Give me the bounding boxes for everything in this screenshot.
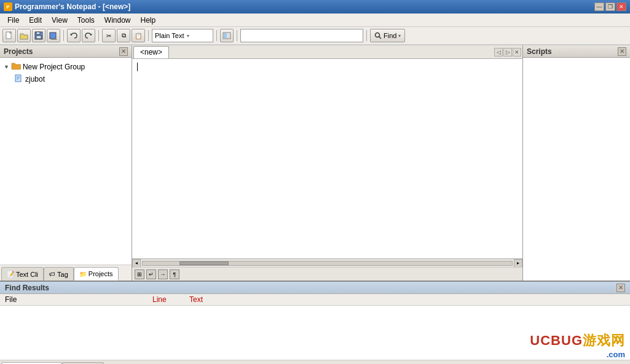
find-label: Find bbox=[384, 32, 396, 39]
find-results-content: File Line Text bbox=[0, 294, 630, 360]
search-combo[interactable] bbox=[240, 29, 363, 42]
menu-view[interactable]: View bbox=[47, 15, 73, 26]
svg-rect-4 bbox=[36, 32, 40, 34]
svg-rect-6 bbox=[50, 33, 56, 39]
find-results-title: Find Results bbox=[5, 284, 49, 292]
projects-header: Projects ✕ bbox=[0, 45, 132, 58]
menu-file[interactable]: File bbox=[2, 15, 24, 26]
svg-rect-11 bbox=[224, 33, 227, 38]
save-all-button[interactable] bbox=[47, 29, 60, 42]
right-panel: Scripts ✕ bbox=[522, 45, 630, 281]
tab-projects-label: Projects bbox=[89, 270, 113, 277]
find-results-close-button[interactable]: ✕ bbox=[616, 284, 625, 292]
project-item-icon bbox=[15, 74, 23, 84]
scroll-track[interactable] bbox=[142, 261, 513, 266]
projects-title: Projects bbox=[4, 47, 33, 56]
scroll-right-btn[interactable]: ▸ bbox=[514, 259, 522, 268]
project-group-icon bbox=[11, 61, 21, 72]
editor-toolbar-bottom: ⊞ ↵ → ¶ bbox=[132, 267, 522, 281]
project-group[interactable]: ▼ New Project Group bbox=[1, 60, 130, 73]
bottom-panel: Find Results ✕ File Line Text 🔍 Find Res… bbox=[0, 281, 630, 364]
toolbar-separator-3 bbox=[148, 30, 149, 41]
tab-tag[interactable]: 🏷 Tag bbox=[44, 267, 74, 281]
tab-nav-prev[interactable]: ◁ bbox=[494, 48, 503, 56]
close-button[interactable]: ✕ bbox=[616, 2, 626, 11]
title-bar-text: Programmer's Notepad - [<new>] bbox=[15, 2, 592, 11]
undo-button[interactable] bbox=[67, 29, 81, 42]
menu-bar: File Edit View Tools Window Help bbox=[0, 14, 630, 27]
col-header-line: Line bbox=[148, 294, 184, 306]
redo-button[interactable] bbox=[82, 29, 95, 42]
project-group-label: New Project Group bbox=[23, 63, 85, 71]
tab-nav: ◁ ▷ ✕ bbox=[494, 48, 521, 56]
etb-wrap-btn[interactable]: ↵ bbox=[146, 269, 156, 279]
project-item-zjubot[interactable]: zjubot bbox=[1, 73, 130, 85]
menu-help[interactable]: Help bbox=[136, 15, 161, 26]
toolbar-separator-2 bbox=[98, 30, 99, 41]
svg-line-13 bbox=[379, 37, 382, 39]
editor-cursor bbox=[137, 63, 138, 71]
horizontal-scrollbar[interactable]: ◂ ▸ bbox=[132, 258, 522, 267]
svg-rect-7 bbox=[51, 39, 57, 40]
svg-rect-14 bbox=[15, 75, 21, 82]
project-item-label: zjubot bbox=[25, 75, 45, 83]
tab-nav-next[interactable]: ▷ bbox=[503, 48, 512, 56]
svg-marker-9 bbox=[90, 34, 92, 36]
main-area: Projects ✕ ▼ New Project Group zjubot 📝 bbox=[0, 45, 630, 281]
tab-projects[interactable]: 📁 Projects bbox=[74, 267, 119, 281]
find-results-header: Find Results ✕ bbox=[0, 282, 630, 294]
editor-tabs: <new> ◁ ▷ ✕ bbox=[132, 45, 522, 59]
projects-tabs: 📝 Text Cli 🏷 Tag 📁 Projects bbox=[0, 265, 132, 281]
project-group-expand-icon: ▼ bbox=[4, 64, 9, 70]
syntax-dropdown[interactable]: Plain Text ▾ bbox=[152, 29, 213, 42]
scripts-content bbox=[523, 58, 630, 281]
scripts-header: Scripts ✕ bbox=[523, 45, 630, 58]
left-panel: Projects ✕ ▼ New Project Group zjubot 📝 bbox=[0, 45, 132, 281]
col-header-text: Text bbox=[184, 294, 630, 306]
etb-arrow-btn[interactable]: → bbox=[158, 269, 168, 279]
editor-content[interactable] bbox=[132, 59, 522, 258]
svg-rect-5 bbox=[36, 36, 41, 39]
svg-marker-8 bbox=[70, 34, 73, 36]
find-dropdown-arrow: ▾ bbox=[398, 33, 401, 39]
toolbar-separator-5 bbox=[237, 30, 237, 41]
projects-tree: ▼ New Project Group zjubot bbox=[0, 58, 132, 265]
copy-button[interactable]: ⧉ bbox=[117, 29, 130, 42]
save-button[interactable] bbox=[32, 29, 45, 42]
col-header-file: File bbox=[0, 294, 148, 306]
editor-tab-new-label: <new> bbox=[140, 48, 162, 56]
etb-para-btn[interactable]: ¶ bbox=[170, 269, 179, 279]
tab-nav-close[interactable]: ✕ bbox=[513, 48, 521, 56]
editor-tab-new[interactable]: <new> bbox=[133, 46, 169, 58]
compile-button[interactable] bbox=[220, 29, 234, 42]
tab-tag-label: Tag bbox=[57, 271, 68, 278]
find-button[interactable]: Find ▾ bbox=[370, 29, 405, 42]
maximize-button[interactable]: ❐ bbox=[605, 2, 615, 11]
title-bar-controls: — ❐ ✕ bbox=[594, 2, 626, 11]
app-icon: P bbox=[4, 2, 12, 11]
syntax-dropdown-arrow: ▾ bbox=[187, 33, 189, 39]
tab-text-cli-label: Text Cli bbox=[16, 271, 38, 278]
bottom-tabs: 🔍 Find Results ▦ Output bbox=[0, 360, 630, 364]
scroll-thumb[interactable] bbox=[179, 261, 229, 265]
menu-window[interactable]: Window bbox=[100, 15, 136, 26]
cut-button[interactable]: ✂ bbox=[102, 29, 116, 42]
paste-button[interactable]: 📋 bbox=[132, 29, 145, 42]
new-button[interactable] bbox=[2, 29, 16, 42]
etb-grid-btn[interactable]: ⊞ bbox=[135, 269, 144, 279]
menu-edit[interactable]: Edit bbox=[24, 15, 47, 26]
scroll-left-btn[interactable]: ◂ bbox=[132, 259, 141, 268]
tab-text-cli[interactable]: 📝 Text Cli bbox=[1, 267, 44, 281]
find-results-table: File Line Text bbox=[0, 294, 630, 306]
scripts-close-button[interactable]: ✕ bbox=[618, 47, 626, 56]
syntax-dropdown-label: Plain Text bbox=[155, 32, 184, 39]
editor-area: <new> ◁ ▷ ✕ ◂ ▸ ⊞ ↵ → ¶ bbox=[132, 45, 522, 281]
projects-close-button[interactable]: ✕ bbox=[119, 47, 128, 56]
toolbar-separator-6 bbox=[366, 30, 367, 41]
open-button[interactable] bbox=[17, 29, 31, 42]
svg-point-12 bbox=[376, 33, 380, 37]
toolbar-separator-1 bbox=[63, 30, 64, 41]
minimize-button[interactable]: — bbox=[594, 2, 604, 11]
menu-tools[interactable]: Tools bbox=[73, 15, 100, 26]
toolbar-separator-4 bbox=[216, 30, 217, 41]
